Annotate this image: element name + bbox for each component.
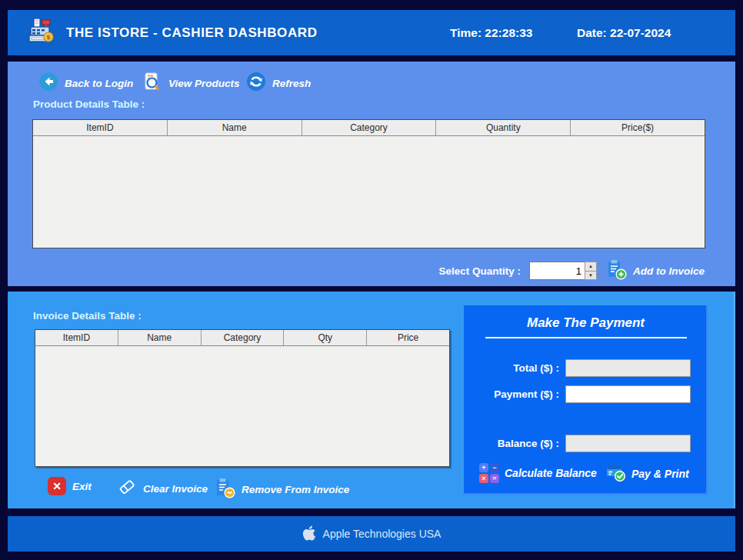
header-bar: $ THE ISTORE - CASHIER DASHBOARD Time: 2… — [8, 10, 735, 55]
invoice-col-itemid[interactable]: ItemID — [35, 330, 118, 345]
exit-button[interactable]: ✕ Exit — [48, 477, 92, 495]
view-products-label: View Products — [168, 78, 240, 89]
refresh-icon — [246, 72, 266, 95]
payment-title: Make The Payment — [464, 315, 708, 331]
select-quantity-row: Select Quantity : ▲ ▼ — [438, 258, 705, 283]
invoice-table-header: ItemID Name Category Qty Price — [35, 330, 449, 346]
product-col-category[interactable]: Category — [302, 120, 437, 135]
back-to-login-label: Back to Login — [65, 78, 133, 89]
clear-invoice-button[interactable]: Clear Invoice — [117, 477, 208, 500]
view-products-button[interactable]: View Products — [142, 72, 240, 95]
back-arrow-icon — [38, 72, 58, 95]
refresh-button[interactable]: Refresh — [246, 72, 311, 95]
svg-text:$: $ — [47, 34, 51, 41]
balance-row: Balance ($) : — [464, 435, 691, 452]
payment-title-underline — [485, 337, 687, 338]
calculator-icon: + − × = — [479, 463, 499, 483]
clipboard-remove-icon — [214, 477, 235, 502]
product-col-price[interactable]: Price($) — [571, 120, 705, 135]
product-col-quantity[interactable]: Quantity — [436, 120, 571, 135]
invoice-col-qty[interactable]: Qty — [284, 330, 367, 345]
product-table[interactable]: ItemID Name Category Quantity Price($) — [32, 119, 705, 248]
add-to-invoice-label: Add to Invoice — [633, 265, 705, 277]
cashier-dashboard-window: $ THE ISTORE - CASHIER DASHBOARD Time: 2… — [0, 0, 743, 560]
eraser-icon — [117, 477, 137, 500]
app-title: THE ISTORE - CASHIER DASHBOARD — [66, 25, 318, 41]
invoice-col-name[interactable]: Name — [118, 330, 202, 345]
product-panel: Back to Login View Products — [8, 62, 735, 286]
card-check-icon — [605, 462, 626, 486]
add-to-invoice-button[interactable]: Add to Invoice — [605, 258, 705, 283]
product-col-itemid[interactable]: ItemID — [33, 120, 168, 135]
pay-print-button[interactable]: Pay & Print — [605, 462, 689, 486]
invoice-col-category[interactable]: Category — [202, 330, 285, 345]
product-table-header: ItemID Name Category Quantity Price($) — [33, 120, 705, 136]
quantity-input[interactable] — [529, 262, 585, 280]
clear-invoice-label: Clear Invoice — [143, 483, 208, 495]
calculate-balance-button[interactable]: + − × = Calculate Balance — [479, 463, 597, 483]
footer-company-label: Apple Technologies USA — [323, 528, 441, 540]
invoice-col-price[interactable]: Price — [367, 330, 449, 345]
refresh-label: Refresh — [272, 78, 311, 89]
payment-field[interactable] — [565, 385, 691, 403]
remove-from-invoice-button[interactable]: Remove From Invoice — [214, 477, 349, 502]
select-quantity-label: Select Quantity : — [438, 265, 521, 277]
quantity-down-button[interactable]: ▼ — [585, 271, 597, 281]
balance-label: Balance ($) : — [464, 438, 559, 449]
invoice-table-title: Invoice Details Table : — [33, 310, 142, 322]
document-search-icon — [142, 72, 162, 95]
total-row: Total ($) : — [464, 359, 691, 377]
time-display: Time: 22:28:33 — [450, 26, 532, 40]
total-field[interactable] — [565, 359, 691, 377]
exit-label: Exit — [72, 481, 92, 492]
payment-label: Payment ($) : — [464, 388, 559, 400]
total-label: Total ($) : — [464, 362, 559, 374]
pay-print-label: Pay & Print — [631, 468, 689, 480]
exit-icon: ✕ — [48, 477, 66, 495]
balance-field[interactable] — [565, 435, 691, 452]
footer-bar: Apple Technologies USA — [8, 516, 735, 552]
product-col-name[interactable]: Name — [168, 120, 302, 135]
back-to-login-button[interactable]: Back to Login — [38, 72, 133, 95]
clipboard-add-icon — [605, 258, 627, 283]
date-display: Date: 22-07-2024 — [577, 26, 671, 40]
calculate-balance-label: Calculate Balance — [505, 467, 597, 479]
remove-from-invoice-label: Remove From Invoice — [242, 484, 349, 495]
apple-logo-icon — [302, 525, 316, 544]
payment-panel: Make The Payment Total ($) : Payment ($)… — [464, 305, 708, 495]
quantity-stepper: ▲ ▼ — [529, 262, 597, 280]
payment-row: Payment ($) : — [464, 385, 691, 403]
cash-register-icon: $ — [23, 15, 55, 51]
invoice-panel: Invoice Details Table : ItemID Name Cate… — [8, 292, 735, 508]
quantity-up-button[interactable]: ▲ — [585, 262, 597, 271]
product-table-title: Product Details Table : — [33, 98, 145, 110]
invoice-table[interactable]: ItemID Name Category Qty Price — [35, 329, 450, 467]
